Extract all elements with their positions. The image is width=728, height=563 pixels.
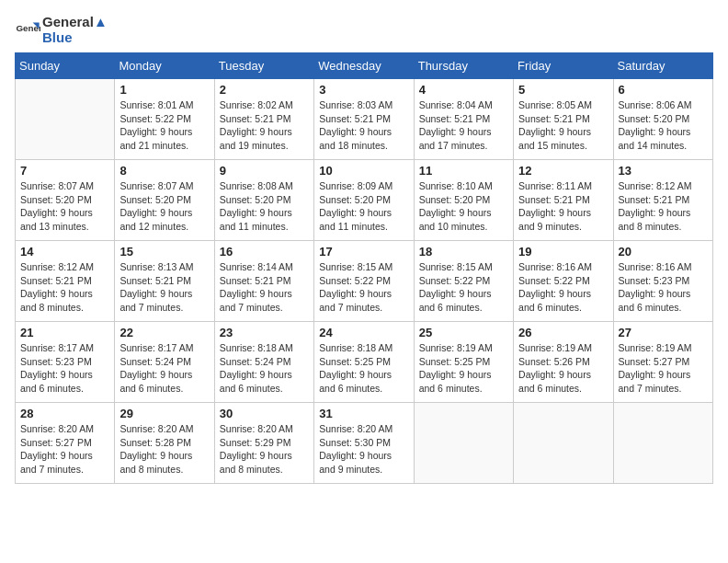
calendar-cell: 16Sunrise: 8:14 AM Sunset: 5:21 PM Dayli… — [214, 241, 313, 322]
calendar-cell — [613, 403, 712, 484]
calendar-cell: 15Sunrise: 8:13 AM Sunset: 5:21 PM Dayli… — [115, 241, 214, 322]
day-number: 25 — [419, 326, 508, 339]
day-header-monday: Monday — [115, 53, 214, 79]
calendar-cell: 22Sunrise: 8:17 AM Sunset: 5:24 PM Dayli… — [115, 322, 214, 403]
week-row-4: 28Sunrise: 8:20 AM Sunset: 5:27 PM Dayli… — [16, 403, 713, 484]
calendar-cell: 6Sunrise: 8:06 AM Sunset: 5:20 PM Daylig… — [613, 79, 712, 160]
day-number: 26 — [518, 326, 608, 339]
day-number: 8 — [119, 164, 209, 178]
calendar-cell: 7Sunrise: 8:07 AM Sunset: 5:20 PM Daylig… — [16, 160, 115, 241]
day-number: 6 — [619, 83, 708, 97]
day-info: Sunrise: 8:17 AM Sunset: 5:23 PM Dayligh… — [20, 341, 109, 396]
calendar-cell: 25Sunrise: 8:19 AM Sunset: 5:25 PM Dayli… — [414, 322, 513, 403]
logo: General General▲ Blue — [15, 15, 108, 45]
calendar-cell — [414, 403, 513, 484]
day-number: 21 — [20, 326, 109, 339]
day-number: 18 — [419, 245, 508, 259]
calendar-cell: 29Sunrise: 8:20 AM Sunset: 5:28 PM Dayli… — [115, 403, 214, 484]
day-info: Sunrise: 8:20 AM Sunset: 5:29 PM Dayligh… — [220, 422, 309, 477]
calendar-cell: 27Sunrise: 8:19 AM Sunset: 5:27 PM Dayli… — [613, 322, 712, 403]
week-row-3: 21Sunrise: 8:17 AM Sunset: 5:23 PM Dayli… — [16, 322, 713, 403]
day-info: Sunrise: 8:07 AM Sunset: 5:20 PM Dayligh… — [119, 179, 209, 234]
day-header-saturday: Saturday — [613, 53, 712, 79]
day-number: 23 — [220, 326, 309, 339]
week-row-1: 7Sunrise: 8:07 AM Sunset: 5:20 PM Daylig… — [16, 160, 713, 241]
calendar-cell: 20Sunrise: 8:16 AM Sunset: 5:23 PM Dayli… — [613, 241, 712, 322]
day-number: 2 — [220, 83, 309, 97]
day-info: Sunrise: 8:10 AM Sunset: 5:20 PM Dayligh… — [419, 179, 508, 234]
day-number: 30 — [220, 407, 309, 420]
calendar-cell: 31Sunrise: 8:20 AM Sunset: 5:30 PM Dayli… — [314, 403, 414, 484]
calendar-cell: 14Sunrise: 8:12 AM Sunset: 5:21 PM Dayli… — [16, 241, 115, 322]
calendar-cell: 26Sunrise: 8:19 AM Sunset: 5:26 PM Dayli… — [514, 322, 613, 403]
calendar-header: SundayMondayTuesdayWednesdayThursdayFrid… — [16, 53, 713, 79]
day-number: 7 — [20, 164, 109, 178]
day-info: Sunrise: 8:04 AM Sunset: 5:21 PM Dayligh… — [419, 98, 508, 153]
day-number: 17 — [319, 245, 408, 259]
page-header: General General▲ Blue — [15, 15, 713, 45]
day-info: Sunrise: 8:13 AM Sunset: 5:21 PM Dayligh… — [119, 260, 209, 315]
day-number: 1 — [119, 83, 209, 97]
day-info: Sunrise: 8:14 AM Sunset: 5:21 PM Dayligh… — [220, 260, 309, 315]
day-info: Sunrise: 8:18 AM Sunset: 5:24 PM Dayligh… — [220, 341, 309, 396]
day-number: 22 — [119, 326, 209, 339]
calendar-cell: 17Sunrise: 8:15 AM Sunset: 5:22 PM Dayli… — [314, 241, 414, 322]
calendar-cell: 21Sunrise: 8:17 AM Sunset: 5:23 PM Dayli… — [16, 322, 115, 403]
day-info: Sunrise: 8:16 AM Sunset: 5:22 PM Dayligh… — [518, 260, 608, 315]
day-info: Sunrise: 8:12 AM Sunset: 5:21 PM Dayligh… — [619, 179, 708, 234]
day-number: 9 — [220, 164, 309, 178]
day-number: 14 — [20, 245, 109, 259]
day-number: 19 — [518, 245, 608, 259]
calendar-cell: 12Sunrise: 8:11 AM Sunset: 5:21 PM Dayli… — [514, 160, 613, 241]
day-info: Sunrise: 8:19 AM Sunset: 5:26 PM Dayligh… — [518, 341, 608, 396]
calendar-cell: 24Sunrise: 8:18 AM Sunset: 5:25 PM Dayli… — [314, 322, 414, 403]
day-number: 3 — [319, 83, 408, 97]
calendar-cell: 8Sunrise: 8:07 AM Sunset: 5:20 PM Daylig… — [115, 160, 214, 241]
day-number: 11 — [419, 164, 508, 178]
day-number: 31 — [319, 407, 408, 420]
day-number: 5 — [518, 83, 608, 97]
day-header-sunday: Sunday — [16, 53, 115, 79]
day-number: 16 — [220, 245, 309, 259]
calendar-cell — [16, 79, 115, 160]
day-info: Sunrise: 8:19 AM Sunset: 5:27 PM Dayligh… — [619, 341, 708, 396]
day-info: Sunrise: 8:07 AM Sunset: 5:20 PM Dayligh… — [20, 179, 109, 234]
calendar-cell: 18Sunrise: 8:15 AM Sunset: 5:22 PM Dayli… — [414, 241, 513, 322]
calendar-cell: 19Sunrise: 8:16 AM Sunset: 5:22 PM Dayli… — [514, 241, 613, 322]
day-number: 20 — [619, 245, 708, 259]
calendar-cell: 28Sunrise: 8:20 AM Sunset: 5:27 PM Dayli… — [16, 403, 115, 484]
day-header-tuesday: Tuesday — [214, 53, 313, 79]
day-info: Sunrise: 8:20 AM Sunset: 5:28 PM Dayligh… — [119, 422, 209, 477]
calendar-cell: 11Sunrise: 8:10 AM Sunset: 5:20 PM Dayli… — [414, 160, 513, 241]
day-info: Sunrise: 8:20 AM Sunset: 5:30 PM Dayligh… — [319, 422, 408, 477]
day-info: Sunrise: 8:20 AM Sunset: 5:27 PM Dayligh… — [20, 422, 109, 477]
day-number: 10 — [319, 164, 408, 178]
calendar-cell: 13Sunrise: 8:12 AM Sunset: 5:21 PM Dayli… — [613, 160, 712, 241]
calendar-cell: 23Sunrise: 8:18 AM Sunset: 5:24 PM Dayli… — [214, 322, 313, 403]
day-number: 27 — [619, 326, 708, 339]
week-row-0: 1Sunrise: 8:01 AM Sunset: 5:22 PM Daylig… — [16, 79, 713, 160]
day-info: Sunrise: 8:15 AM Sunset: 5:22 PM Dayligh… — [419, 260, 508, 315]
day-number: 15 — [119, 245, 209, 259]
day-info: Sunrise: 8:18 AM Sunset: 5:25 PM Dayligh… — [319, 341, 408, 396]
day-info: Sunrise: 8:17 AM Sunset: 5:24 PM Dayligh… — [119, 341, 209, 396]
day-info: Sunrise: 8:12 AM Sunset: 5:21 PM Dayligh… — [20, 260, 109, 315]
day-info: Sunrise: 8:08 AM Sunset: 5:20 PM Dayligh… — [220, 179, 309, 234]
day-number: 13 — [619, 164, 708, 178]
calendar-cell: 4Sunrise: 8:04 AM Sunset: 5:21 PM Daylig… — [414, 79, 513, 160]
day-info: Sunrise: 8:19 AM Sunset: 5:25 PM Dayligh… — [419, 341, 508, 396]
calendar-cell: 10Sunrise: 8:09 AM Sunset: 5:20 PM Dayli… — [314, 160, 414, 241]
day-header-friday: Friday — [514, 53, 613, 79]
day-info: Sunrise: 8:06 AM Sunset: 5:20 PM Dayligh… — [619, 98, 708, 153]
calendar-cell: 3Sunrise: 8:03 AM Sunset: 5:21 PM Daylig… — [314, 79, 414, 160]
day-info: Sunrise: 8:15 AM Sunset: 5:22 PM Dayligh… — [319, 260, 408, 315]
day-number: 4 — [419, 83, 508, 97]
day-info: Sunrise: 8:05 AM Sunset: 5:21 PM Dayligh… — [518, 98, 608, 153]
calendar-cell: 5Sunrise: 8:05 AM Sunset: 5:21 PM Daylig… — [514, 79, 613, 160]
day-number: 28 — [20, 407, 109, 420]
week-row-2: 14Sunrise: 8:12 AM Sunset: 5:21 PM Dayli… — [16, 241, 713, 322]
logo-icon: General — [15, 17, 40, 43]
day-info: Sunrise: 8:03 AM Sunset: 5:21 PM Dayligh… — [319, 98, 408, 153]
calendar-cell: 9Sunrise: 8:08 AM Sunset: 5:20 PM Daylig… — [214, 160, 313, 241]
day-info: Sunrise: 8:01 AM Sunset: 5:22 PM Dayligh… — [119, 98, 209, 153]
